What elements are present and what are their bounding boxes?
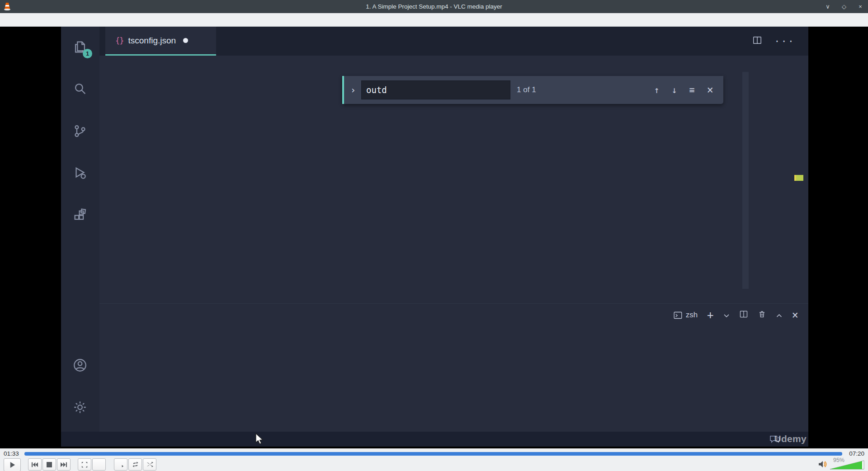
next-button[interactable] — [57, 458, 71, 471]
modified-dot-icon — [183, 38, 188, 43]
terminal-icon — [673, 311, 683, 320]
breadcrumb — [99, 56, 808, 72]
elapsed-time: 01:33 — [4, 450, 19, 457]
split-panel-icon — [739, 310, 748, 320]
vscode-screen: 1 — [61, 27, 808, 447]
activity-bar: 1 — [61, 27, 99, 432]
tab-label: tsconfig.json — [128, 36, 176, 46]
toggle-replace-chevron-icon: › — [350, 85, 356, 95]
mouse-cursor — [254, 433, 264, 447]
loop-button[interactable] — [128, 458, 142, 471]
json-file-icon: {} — [115, 36, 123, 45]
tab-tsconfig: {} tsconfig.json — [105, 27, 216, 56]
extended-settings-button[interactable] — [92, 458, 106, 471]
close-find-icon: × — [707, 84, 713, 96]
udemy-watermark: Udemy — [774, 433, 807, 444]
extensions-icon — [69, 205, 91, 227]
explorer-badge: 1 — [83, 49, 92, 58]
close-button[interactable]: × — [855, 3, 865, 10]
speaker-icon — [818, 460, 827, 470]
account-icon — [69, 354, 91, 376]
find-query: outd — [366, 85, 505, 95]
source-control-icon — [69, 120, 91, 142]
tab-bar: {} tsconfig.json ··· — [99, 27, 808, 56]
new-terminal-icon: + — [707, 309, 713, 321]
player-controls: 01:33 07:20 95% — [0, 448, 868, 471]
duration-time: 07:20 — [849, 450, 864, 457]
editor: › outd 1 of 1 ↑ ↓ ≡ × — [99, 72, 808, 303]
shuffle-button[interactable] — [143, 458, 156, 471]
panel: zsh + × — [99, 303, 808, 432]
more-actions-icon: ··· — [774, 36, 795, 47]
settings-gear-icon — [69, 396, 91, 418]
previous-button[interactable] — [28, 458, 42, 471]
editor-scrollbar — [742, 72, 749, 289]
stop-button[interactable] — [42, 458, 56, 471]
fullscreen-button[interactable] — [78, 458, 91, 471]
video-canvas[interactable]: 1 — [0, 27, 868, 448]
find-match-count: 1 of 1 — [517, 85, 536, 94]
explorer-icon: 1 — [69, 36, 91, 58]
minimap-match-marker — [794, 175, 803, 181]
kill-terminal-trash-icon — [758, 310, 766, 320]
previous-match-icon: ↑ — [654, 85, 659, 95]
find-input: outd — [361, 80, 510, 99]
split-editor-icon — [752, 35, 762, 47]
play-button[interactable] — [4, 458, 21, 471]
search-icon — [69, 78, 91, 99]
maximize-panel-icon — [776, 311, 783, 320]
seek-bar[interactable] — [24, 452, 842, 456]
titlebar: 1. A Simple Project Setup.mp4 - VLC medi… — [0, 0, 868, 13]
editor-group: {} tsconfig.json ··· — [99, 27, 808, 432]
volume-slider[interactable] — [830, 460, 864, 470]
vlc-window: 1. A Simple Project Setup.mp4 - VLC medi… — [0, 0, 868, 471]
find-accent-bar — [342, 76, 344, 104]
playlist-button[interactable] — [114, 458, 127, 471]
terminal-dropdown-icon — [723, 311, 730, 320]
menubar — [0, 13, 868, 27]
close-panel-icon: × — [792, 309, 798, 321]
terminal-shell: zsh — [673, 311, 698, 320]
minimap — [794, 72, 808, 303]
maximize-button[interactable]: ◇ — [839, 3, 849, 10]
run-debug-icon — [69, 162, 91, 184]
next-match-icon: ↓ — [671, 85, 677, 95]
find-in-selection-icon: ≡ — [689, 85, 695, 95]
minimize-button[interactable]: ∨ — [823, 3, 833, 10]
status-bar: Udemy — [61, 432, 808, 447]
find-widget: › outd 1 of 1 ↑ ↓ ≡ × — [342, 76, 723, 104]
window-title: 1. A Simple Project Setup.mp4 - VLC medi… — [0, 3, 868, 10]
seek-progress — [24, 452, 842, 456]
